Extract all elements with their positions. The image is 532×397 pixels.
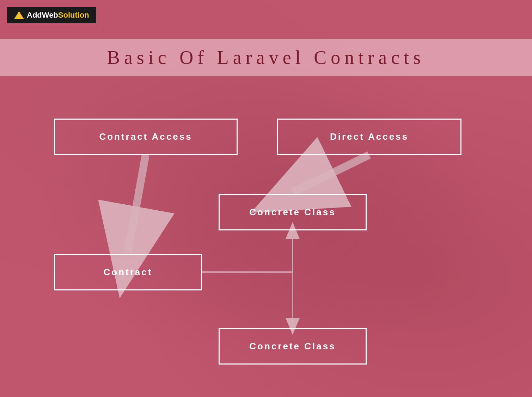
concrete-class-bottom-label: Concrete Class: [249, 341, 336, 352]
direct-access-label: Direct Access: [330, 131, 409, 142]
logo-text: AddWebSolution: [27, 11, 89, 20]
svg-line-4: [128, 155, 146, 252]
svg-line-5: [293, 155, 369, 192]
page-title: Basic Of Laravel Contracts: [0, 47, 532, 68]
contract-box: Contract: [54, 254, 202, 290]
title-banner: Basic Of Laravel Contracts: [0, 39, 532, 76]
diagram-area: Contract Access Direct Access Concrete C…: [0, 78, 532, 397]
logo-icon: [14, 11, 24, 19]
concrete-class-bottom-box: Concrete Class: [219, 328, 367, 365]
contract-access-box: Contract Access: [54, 119, 238, 155]
logo-highlight: Solution: [58, 11, 89, 19]
concrete-class-top-label: Concrete Class: [249, 207, 336, 218]
contract-access-label: Contract Access: [99, 131, 192, 142]
concrete-class-top-box: Concrete Class: [219, 194, 367, 230]
logo-bar: AddWebSolution: [7, 7, 96, 23]
contract-label: Contract: [104, 267, 153, 278]
direct-access-box: Direct Access: [277, 119, 461, 155]
